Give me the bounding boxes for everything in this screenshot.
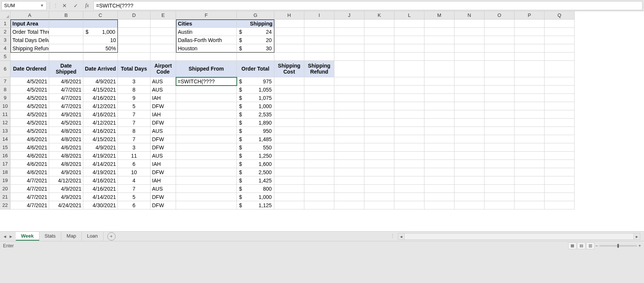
cell[interactable] xyxy=(515,127,545,135)
cell[interactable] xyxy=(454,20,485,28)
date-ordered[interactable]: 4/6/2021 xyxy=(11,135,49,143)
airport-code[interactable]: DFW xyxy=(150,143,176,152)
row-header[interactable]: 17 xyxy=(0,160,11,168)
city-name[interactable]: Dallas-Forth Worth xyxy=(176,36,237,44)
cell[interactable] xyxy=(274,193,304,201)
enter-button[interactable]: ✓ xyxy=(71,1,81,10)
cell[interactable] xyxy=(394,160,424,168)
order-total[interactable]: $1,055 xyxy=(237,86,274,94)
date-shipped[interactable]: 4/7/2021 xyxy=(49,86,83,94)
cell[interactable] xyxy=(176,53,237,61)
page-layout-view-icon[interactable]: ▤ xyxy=(577,242,585,249)
column-header[interactable]: N xyxy=(454,11,485,20)
cell[interactable] xyxy=(334,143,364,152)
cell[interactable] xyxy=(394,20,424,28)
cell[interactable] xyxy=(83,53,118,61)
cell[interactable] xyxy=(274,86,304,94)
cell[interactable] xyxy=(118,53,150,61)
cell[interactable] xyxy=(515,176,545,185)
cities-header[interactable]: Cities xyxy=(176,20,237,28)
cell[interactable] xyxy=(545,61,575,77)
date-ordered[interactable]: 4/7/2021 xyxy=(11,193,49,201)
cell[interactable] xyxy=(515,143,545,152)
cell[interactable] xyxy=(150,44,176,53)
cell[interactable] xyxy=(364,102,394,110)
cell[interactable] xyxy=(304,20,334,28)
cell[interactable] xyxy=(485,28,515,36)
cell[interactable] xyxy=(515,119,545,127)
cell[interactable] xyxy=(485,44,515,53)
cell[interactable] xyxy=(334,53,364,61)
cell[interactable] xyxy=(545,28,575,36)
cell[interactable] xyxy=(545,77,575,86)
cell[interactable] xyxy=(545,86,575,94)
input-row-label[interactable]: Total Days Delivery Goal xyxy=(11,36,49,44)
cell[interactable] xyxy=(176,135,237,143)
city-shipping-value[interactable]: $30 xyxy=(237,44,274,53)
date-arrived[interactable]: 4/16/2021 xyxy=(83,176,118,185)
date-arrived[interactable]: 4/16/2021 xyxy=(83,127,118,135)
cell[interactable] xyxy=(364,20,394,28)
cell[interactable] xyxy=(454,185,485,193)
airport-code[interactable]: DFW xyxy=(150,135,176,143)
cell[interactable] xyxy=(176,127,237,135)
airport-code[interactable]: DFW xyxy=(150,119,176,127)
cell[interactable] xyxy=(304,193,334,201)
cancel-button[interactable]: ✕ xyxy=(60,1,69,10)
cell[interactable] xyxy=(49,53,83,61)
date-ordered[interactable]: 4/5/2021 xyxy=(11,127,49,135)
cell[interactable] xyxy=(334,160,364,168)
cell[interactable] xyxy=(424,53,454,61)
cell[interactable] xyxy=(424,201,454,209)
cell[interactable] xyxy=(545,176,575,185)
cell[interactable] xyxy=(274,53,304,61)
cell[interactable] xyxy=(364,86,394,94)
cell[interactable] xyxy=(334,201,364,209)
cell[interactable] xyxy=(485,86,515,94)
date-shipped[interactable]: 4/8/2021 xyxy=(49,152,83,160)
total-days[interactable]: 8 xyxy=(118,127,150,135)
sheet-tab[interactable]: Stats xyxy=(39,232,62,241)
cell[interactable] xyxy=(394,94,424,102)
cell[interactable] xyxy=(49,44,83,53)
airport-code[interactable]: IAH xyxy=(150,110,176,119)
cell[interactable] xyxy=(304,143,334,152)
cell[interactable] xyxy=(424,36,454,44)
cell[interactable] xyxy=(304,160,334,168)
cell[interactable] xyxy=(334,127,364,135)
cell[interactable] xyxy=(150,28,176,36)
cell[interactable] xyxy=(424,193,454,201)
formula-input[interactable]: =SWITCH(???? xyxy=(93,1,642,10)
cell[interactable] xyxy=(364,185,394,193)
order-total[interactable]: $1,250 xyxy=(237,152,274,160)
cell[interactable] xyxy=(424,185,454,193)
total-days[interactable]: 9 xyxy=(118,94,150,102)
city-name[interactable]: Houston xyxy=(176,44,237,53)
airport-code[interactable]: DFW xyxy=(150,102,176,110)
cell[interactable] xyxy=(424,20,454,28)
cell[interactable] xyxy=(176,152,237,160)
input-row-value[interactable]: $1,000 xyxy=(83,28,118,36)
page-break-view-icon[interactable]: ▥ xyxy=(586,242,594,249)
row-header[interactable]: 16 xyxy=(0,152,11,160)
airport-code[interactable]: DFW xyxy=(150,193,176,201)
cell[interactable] xyxy=(515,102,545,110)
cell[interactable] xyxy=(394,168,424,176)
order-total[interactable]: $2,500 xyxy=(237,168,274,176)
airport-code[interactable]: DFW xyxy=(150,201,176,209)
cell[interactable] xyxy=(304,36,334,44)
cell[interactable] xyxy=(454,44,485,53)
cell[interactable] xyxy=(485,152,515,160)
cell[interactable] xyxy=(334,110,364,119)
cell[interactable] xyxy=(334,152,364,160)
scroll-left-icon[interactable]: ◄ xyxy=(398,233,405,240)
total-days[interactable]: 4 xyxy=(118,176,150,185)
cell[interactable] xyxy=(394,44,424,53)
cell[interactable] xyxy=(334,135,364,143)
cell[interactable] xyxy=(176,94,237,102)
column-header[interactable]: C xyxy=(83,11,118,20)
cell[interactable] xyxy=(454,127,485,135)
row-header[interactable]: 14 xyxy=(0,135,11,143)
add-sheet-button[interactable]: + xyxy=(107,232,116,241)
row-header[interactable]: 13 xyxy=(0,127,11,135)
